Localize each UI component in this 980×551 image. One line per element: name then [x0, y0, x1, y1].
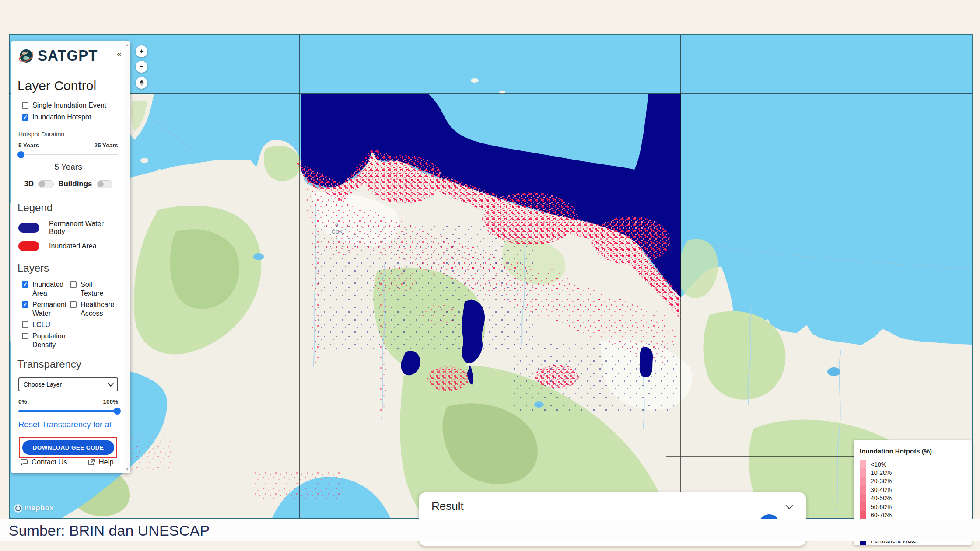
- layer-lclu[interactable]: LCLU: [22, 321, 68, 329]
- scroll-down-icon[interactable]: ▼: [124, 467, 130, 471]
- layer-soil-texture[interactable]: Soil Texture: [70, 280, 116, 298]
- toggle-buildings[interactable]: [97, 180, 112, 188]
- brand-header: SATGPT «: [18, 47, 119, 65]
- layer-permanent-water[interactable]: Permanent Water: [22, 300, 68, 318]
- legend-row: 20-30%: [860, 477, 966, 485]
- mapbox-attribution[interactable]: mapbox: [14, 504, 54, 513]
- divider: [18, 70, 119, 70]
- toggle-buildings-label: Buildings: [58, 180, 92, 188]
- minus-icon: −: [140, 63, 144, 71]
- permanent-water-swatch: [18, 223, 39, 233]
- checkbox-checked[interactable]: [22, 281, 28, 288]
- transparency-min-label: 0%: [18, 398, 27, 405]
- sidebar-scrollbar[interactable]: ▲ ▼: [124, 41, 130, 473]
- hotspot-duration-label: Hotspot Duration: [18, 131, 119, 138]
- basemap-graphics: [10, 35, 972, 518]
- checkbox[interactable]: [22, 102, 28, 109]
- checkbox-checked[interactable]: [22, 114, 28, 121]
- slider-thumb[interactable]: [114, 408, 121, 415]
- compass-icon: [140, 80, 144, 83]
- hotspot-duration-slider[interactable]: [18, 154, 118, 155]
- mapbox-icon: [14, 504, 22, 513]
- satgpt-globe-icon: [18, 47, 35, 65]
- legend-row: 40-50%: [860, 494, 966, 502]
- toggle-3d-label: 3D: [24, 180, 34, 188]
- checkbox[interactable]: [70, 301, 77, 308]
- checkbox[interactable]: [22, 321, 28, 328]
- speech-bubble-icon: [20, 458, 28, 466]
- legend-row: 50-60%: [860, 502, 966, 511]
- layer-control-panel: SATGPT « Layer Control Single Inundation…: [11, 41, 130, 473]
- transparency-title: Transparency: [18, 358, 119, 370]
- download-gee-code-button[interactable]: DOWNLOAD GEE CODE: [22, 440, 115, 455]
- result-title: Result: [431, 499, 794, 513]
- airport-label-cgk: ✈ CGK: [332, 223, 343, 235]
- map-canvas[interactable]: ✈ CGK mapbox: [9, 34, 973, 519]
- external-link-icon: [88, 458, 95, 466]
- duration-min-label: 5 Years: [18, 142, 39, 149]
- source-note: Sumber: BRIN dan UNESCAP: [9, 522, 210, 539]
- inundated-area-swatch: [18, 241, 39, 251]
- help-link[interactable]: Help: [88, 458, 114, 466]
- airplane-icon: ✈: [332, 223, 343, 227]
- layer-inundated-area[interactable]: Inundated Area: [22, 280, 68, 298]
- brand-wordmark: SATGPT: [38, 47, 98, 65]
- checkbox[interactable]: [70, 281, 77, 288]
- compass-button[interactable]: [136, 77, 147, 89]
- legend-row: 30-40%: [860, 485, 966, 494]
- contact-us-link[interactable]: Contact Us: [20, 458, 67, 466]
- duration-value: 5 Years: [18, 162, 119, 172]
- transparency-slider[interactable]: [18, 410, 118, 412]
- reset-transparency-link[interactable]: Reset Transparency for all: [18, 420, 119, 429]
- checkbox[interactable]: [22, 333, 28, 339]
- slider-thumb[interactable]: [18, 151, 24, 158]
- transparency-layer-select[interactable]: Choose Layer: [18, 377, 118, 391]
- legend-row: <10%: [860, 460, 966, 468]
- plus-icon: +: [140, 47, 144, 56]
- hotspot-legend-title: Inundation Hotpots (%): [860, 447, 966, 455]
- transparency-max-label: 100%: [103, 398, 118, 405]
- legend-item-permanent-water: Permanent Water Body: [18, 220, 119, 236]
- app-window: ✈ CGK mapbox + − SATGPT « La: [0, 0, 980, 551]
- legend-item-inundated-area: Inundated Area: [18, 241, 119, 251]
- layers-title: Layers: [18, 262, 119, 274]
- panel-title: Layer Control: [18, 78, 119, 93]
- legend-row: 10-20%: [860, 468, 966, 477]
- download-highlight-box: DOWNLOAD GEE CODE: [19, 437, 118, 458]
- scroll-up-icon[interactable]: ▲: [124, 43, 130, 47]
- toggle-3d[interactable]: [38, 180, 54, 188]
- legend-title: Legend: [18, 202, 119, 214]
- option-single-inundation-event[interactable]: Single Inundation Event: [22, 101, 119, 110]
- collapse-panel-icon[interactable]: «: [117, 49, 122, 59]
- layer-population-density[interactable]: Population Density: [22, 332, 68, 349]
- zoom-in-button[interactable]: +: [136, 45, 147, 57]
- legend-row: 60-70%: [860, 511, 966, 519]
- layer-healthcare-access[interactable]: Healthcare Access: [70, 300, 116, 318]
- layers-list: Inundated Area Permanent Water LCLU Popu…: [22, 280, 119, 349]
- zoom-out-button[interactable]: −: [136, 61, 147, 73]
- checkbox-checked[interactable]: [22, 301, 28, 308]
- chevron-down-icon: [108, 380, 114, 387]
- option-inundation-hotspot[interactable]: Inundation Hotspot: [22, 113, 119, 122]
- duration-max-label: 25 Years: [94, 142, 118, 149]
